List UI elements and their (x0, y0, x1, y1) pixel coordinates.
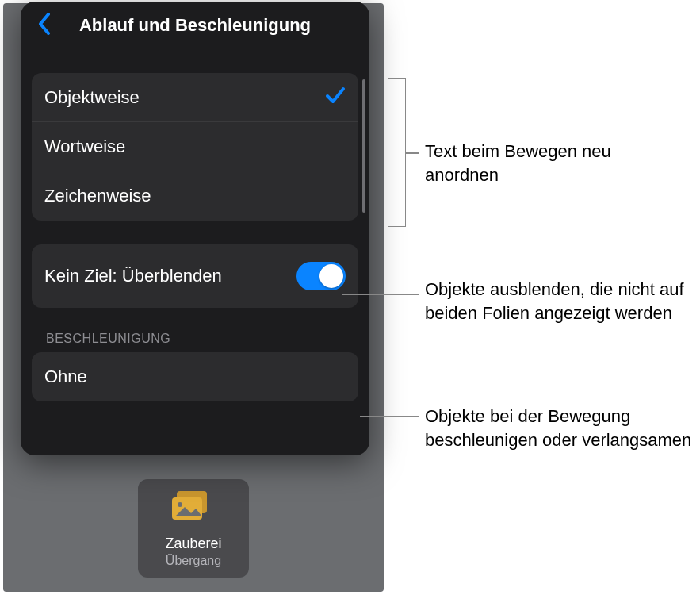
delivery-by-character[interactable]: Zeichenweise (32, 171, 358, 221)
delivery-by-word[interactable]: Wortweise (32, 122, 358, 171)
callout-bracket-a (388, 78, 406, 227)
thumb-title: Zauberei (165, 536, 221, 552)
fade-toggle[interactable] (296, 262, 346, 290)
row-label: Ohne (44, 366, 87, 388)
transition-thumbnail[interactable]: Zauberei Übergang (138, 479, 249, 578)
page-title: Ablauf und Beschleunigung (79, 15, 311, 36)
callout-b: Objekte ausblenden, die nicht auf beiden… (425, 278, 694, 324)
row-label: Objektweise (44, 86, 140, 109)
fade-unmatched-row: Kein Ziel: Überblenden (32, 244, 358, 308)
callout-line-b (342, 294, 419, 295)
thumb-subtitle: Übergang (166, 554, 221, 568)
toggle-knob (319, 264, 343, 288)
acceleration-header: BESCHLEUNIGUNG (32, 308, 358, 352)
fade-group: Kein Ziel: Überblenden (32, 244, 358, 308)
callout-c: Objekte bei der Bewegung beschleunigen o… (425, 405, 698, 451)
fade-label: Kein Ziel: Überblenden (44, 265, 222, 287)
phone-pane: Zauberei Übergang Ablauf und Beschleunig… (3, 3, 384, 592)
callout-line-c (360, 416, 419, 417)
popover: Ablauf und Beschleunigung Objektweise Wo… (21, 2, 369, 455)
callout-line-a (406, 152, 419, 154)
chevron-left-icon (37, 13, 52, 38)
acceleration-none[interactable]: Ohne (32, 352, 358, 401)
delivery-by-object[interactable]: Objektweise (32, 73, 358, 122)
svg-point-2 (178, 502, 182, 507)
scroll-indicator[interactable] (362, 79, 365, 213)
checkmark-icon (325, 85, 346, 110)
back-button[interactable] (30, 11, 59, 40)
acceleration-group: Ohne (32, 352, 358, 401)
popover-content: Objektweise Wortweise Zeichenweise Kei (21, 73, 369, 401)
photos-icon (170, 489, 216, 528)
row-label: Zeichenweise (44, 185, 151, 207)
row-label: Wortweise (44, 136, 125, 158)
callout-a: Text beim Bewegen neu anordnen (425, 140, 679, 186)
nav-bar: Ablauf und Beschleunigung (21, 2, 369, 49)
delivery-group: Objektweise Wortweise Zeichenweise (32, 73, 358, 221)
